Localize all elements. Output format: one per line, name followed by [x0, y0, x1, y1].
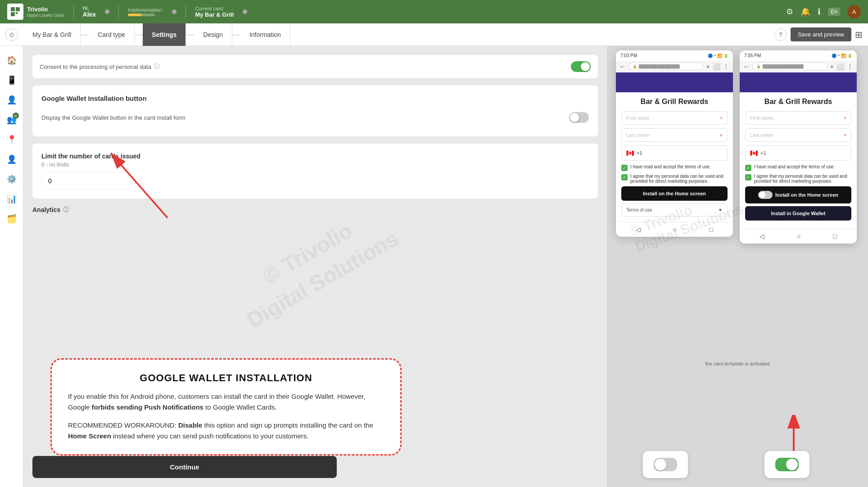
settings-icon[interactable]: ⚙ — [786, 7, 793, 17]
right-phone-banner — [740, 72, 857, 92]
left-check1-icon: ✓ — [621, 165, 628, 171]
breadcrumb-design[interactable]: Design — [194, 23, 232, 46]
limit-title: Limit the number of cards issued — [41, 153, 589, 160]
logo-area: Trivolio Digital Loyalty Cards — [7, 4, 64, 20]
continue-button[interactable]: Continue — [32, 456, 337, 478]
continue-btn-container: Continue — [32, 452, 337, 478]
bc-separator-1: — — [81, 30, 89, 39]
watermark: © TrivolioDigital Solutions — [226, 198, 404, 335]
left-toggle-preview-thumb — [655, 459, 666, 470]
sidebar-badge: N — [13, 113, 19, 119]
sidebar-item-locations[interactable]: 📍 — [3, 131, 21, 149]
right-phone-url-bar: 🔒 ████████████████ — [752, 63, 827, 70]
sidebar-item-settings[interactable]: ⚙️ — [3, 170, 21, 188]
sidebar-item-files[interactable]: 🗂️ — [3, 210, 21, 228]
right-red-arrow — [785, 415, 803, 451]
google-wallet-toggle-label: Display the Google Wallet button in the … — [41, 114, 185, 121]
right-phone-nav-back[interactable]: ◁ — [760, 233, 764, 240]
sidebar-item-card[interactable]: 📱 — [3, 71, 21, 89]
left-phone-add[interactable]: + — [706, 63, 710, 70]
right-toggle-preview-thumb — [786, 459, 798, 470]
bc-separator-2: — — [135, 30, 143, 39]
save-preview-button[interactable]: Save and preview — [791, 27, 851, 41]
google-wallet-tooltip: GOOGLE WALLET INSTALLATION If you enable… — [50, 358, 402, 455]
svg-rect-2 — [11, 12, 15, 16]
qr-code-icon[interactable]: ⊞ — [855, 29, 863, 40]
info-icon[interactable]: ℹ — [818, 7, 821, 17]
left-phone-lastname[interactable]: Last name × — [621, 128, 728, 142]
card-status-dot — [243, 9, 247, 14]
limit-input[interactable] — [41, 172, 131, 189]
right-phone-menu[interactable]: ⋮ — [847, 63, 853, 70]
sidebar-item-home[interactable]: 🏠 — [3, 51, 21, 69]
analytics-info-icon[interactable]: ⓘ — [63, 206, 69, 214]
left-terms-row[interactable]: Terms of use ▼ — [621, 203, 728, 216]
left-toggle-preview[interactable] — [654, 458, 677, 471]
sidebar-item-groups[interactable]: 👥 N — [3, 111, 21, 129]
right-phone-add[interactable]: + — [830, 63, 834, 70]
language-selector[interactable]: En — [828, 8, 840, 16]
analytics-section: Analytics ⓘ — [32, 206, 598, 214]
right-phone-check1: ✓ I have read and accept the terms of us… — [745, 164, 851, 171]
nav-icon-group: ⚙ 🔔 ℹ En A — [786, 5, 861, 18]
breadcrumb-settings[interactable]: Settings — [143, 23, 186, 46]
right-phone-phone[interactable]: 🇨🇦 +1 — [745, 145, 851, 161]
right-phone-lastname[interactable]: Last name × — [745, 128, 851, 142]
google-wallet-title: Google Wallet Installation button — [41, 95, 589, 102]
right-install-home-btn[interactable]: Install on the Home screen — [745, 186, 851, 203]
preview-caption: the card template is activated — [629, 361, 845, 366]
breadcrumb-store[interactable]: My Bar & Grill — [23, 23, 81, 46]
left-phone-status: 7:03 PM 🔵*📶🔋 — [616, 50, 733, 61]
right-phone-firstname[interactable]: First name × — [745, 111, 851, 125]
tooltip-para2: RECOMMENDED WORKAROUND: Disable this opt… — [68, 420, 384, 442]
limit-subtitle: 0 - no limits — [41, 162, 589, 168]
right-phone-address-bar: ← 🔒 ████████████████ + ⬜ ⋮ — [740, 61, 857, 72]
user-avatar[interactable]: A — [847, 5, 861, 18]
breadcrumb-information[interactable]: Information — [240, 23, 290, 46]
breadcrumb-card-type[interactable]: Card type — [89, 23, 135, 46]
left-phone-nav-back[interactable]: ◁ — [636, 226, 641, 233]
left-check2-icon: ✓ — [621, 174, 628, 180]
svg-rect-3 — [16, 12, 18, 14]
nav-implementation: Implementation: — [128, 7, 163, 16]
right-phone-nav-home[interactable]: ○ — [797, 233, 800, 240]
tooltip-title: GOOGLE WALLET INSTALLATION — [68, 372, 384, 384]
sidebar: 🏠 📱 👤 👥 N 📍 👤 ⚙️ 📊 🗂️ — [0, 46, 23, 487]
google-wallet-toggle[interactable] — [569, 112, 589, 123]
left-phone-share[interactable]: ⬜ — [713, 63, 720, 70]
sidebar-item-customers[interactable]: 👤 — [3, 91, 21, 109]
right-phone-nav-square[interactable]: □ — [833, 233, 837, 240]
back-button[interactable]: ⊙ — [5, 28, 18, 41]
top-navigation: Trivolio Digital Loyalty Cards Hi, Alex … — [0, 0, 868, 23]
breadcrumb-navigation: ⊙ My Bar & Grill — Card type — Settings … — [0, 23, 868, 46]
preview-area: 7:03 PM 🔵*📶🔋 ← 🔒 ████████████████ + ⬜ ⋮ … — [607, 46, 868, 487]
consent-toggle-thumb — [581, 62, 590, 71]
sidebar-item-analytics[interactable]: 📊 — [3, 190, 21, 208]
left-phone-phone[interactable]: 🇨🇦 +1 — [621, 145, 728, 161]
right-phone-nav: ◁ ○ □ — [740, 229, 857, 244]
right-home-toggle — [758, 191, 773, 199]
right-install-wallet-btn[interactable]: Install in Google Wallet — [745, 206, 851, 221]
right-phone-back[interactable]: ← — [743, 63, 750, 70]
help-button[interactable]: ? — [774, 28, 787, 41]
left-phone-menu[interactable]: ⋮ — [723, 63, 729, 70]
left-phone-firstname[interactable]: First name × — [621, 111, 728, 125]
consent-toggle[interactable] — [571, 61, 591, 72]
consent-info-icon[interactable]: ⓘ — [154, 63, 160, 71]
breadcrumb-items: My Bar & Grill — Card type — Settings — … — [23, 23, 769, 46]
analytics-title: Analytics ⓘ — [32, 206, 598, 214]
sidebar-item-profile[interactable]: 👤 — [3, 150, 21, 168]
notifications-icon[interactable]: 🔔 — [800, 7, 810, 17]
left-phone-nav-square[interactable]: □ — [710, 226, 713, 233]
left-install-home-btn[interactable]: Install on the Home screen — [621, 186, 728, 201]
tooltip-para1: If you enable this for Android phone, cu… — [68, 391, 384, 413]
left-phone-back[interactable]: ← — [619, 63, 626, 70]
right-phone-form: Bar & Grill Rewards First name × Last na… — [740, 92, 857, 229]
left-phone-form: Bar & Grill Rewards First name × Last na… — [616, 92, 733, 222]
left-phone-nav-home[interactable]: ○ — [673, 226, 677, 233]
left-phone-address-bar: ← 🔒 ████████████████ + ⬜ ⋮ — [616, 61, 733, 72]
right-toggle-preview[interactable] — [775, 458, 799, 471]
right-phone-status: 7:05 PM 🔵*📶🔋 — [740, 50, 857, 61]
right-check1-icon: ✓ — [745, 165, 751, 171]
right-phone-share[interactable]: ⬜ — [836, 63, 844, 70]
